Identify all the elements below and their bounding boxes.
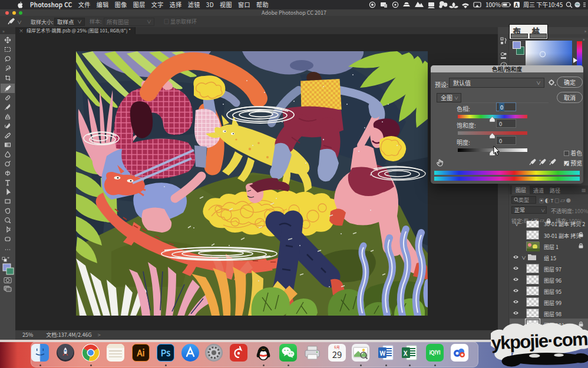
svg-text:W: W bbox=[380, 348, 386, 357]
svg-text:周三 下午10:45: 周三 下午10:45 bbox=[523, 0, 563, 9]
svg-text:X: X bbox=[403, 348, 408, 357]
svg-text:ykpojie·com: ykpojie·com bbox=[491, 329, 588, 353]
svg-text:-: - bbox=[549, 158, 550, 163]
svg-text:100%: 100% bbox=[485, 0, 501, 9]
svg-text:A: A bbox=[514, 1, 518, 8]
